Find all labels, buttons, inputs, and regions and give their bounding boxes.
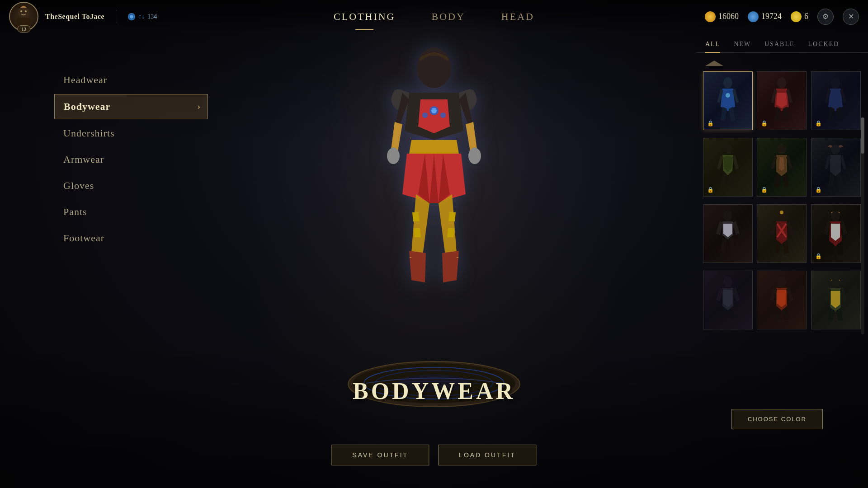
svg-point-29: [831, 211, 840, 221]
category-arrow-icon: ›: [198, 102, 201, 112]
category-gloves[interactable]: Gloves: [54, 174, 208, 198]
category-footwear[interactable]: Footwear: [54, 226, 208, 250]
main-nav: CLOTHING BODY HEAD: [334, 7, 534, 26]
gold-coin-icon: [705, 11, 716, 22]
save-outfit-button[interactable]: SAVE OUTFIT: [331, 445, 429, 465]
close-button[interactable]: ✕: [843, 9, 859, 25]
header-left: 13 TheSequel ToJace ↑↓ 134: [9, 2, 157, 31]
svg-point-12: [468, 148, 481, 164]
svg-point-20: [726, 93, 730, 98]
header-right: 16060 19724 6 ⚙ ✕: [705, 9, 859, 25]
svg-point-21: [777, 77, 786, 88]
avatar-container: 13: [9, 2, 38, 31]
blue-amount: 19724: [761, 12, 782, 21]
grid-item-3[interactable]: 🔒: [811, 71, 861, 130]
grid-item-10[interactable]: [703, 271, 753, 329]
grid-item-8[interactable]: [757, 204, 807, 263]
category-armwear[interactable]: Armwear: [54, 147, 208, 172]
grid-item-11[interactable]: [757, 271, 807, 329]
svg-point-2: [20, 10, 22, 12]
scrollbar-thumb[interactable]: [861, 117, 864, 154]
svg-point-22: [831, 77, 840, 88]
gold-amount: 16060: [718, 12, 739, 21]
lock-icon-6: 🔒: [815, 187, 822, 193]
yellow-coin-icon: [791, 11, 802, 22]
svg-point-8: [431, 108, 437, 113]
grid-item-12[interactable]: [811, 271, 861, 329]
bottom-buttons: SAVE OUTFIT LOAD OUTFIT: [331, 445, 536, 465]
status-info: ↑↓ 134: [127, 13, 157, 21]
grid-item-1[interactable]: 🔒: [703, 71, 753, 130]
svg-point-25: [831, 145, 840, 155]
filter-all[interactable]: ALL: [705, 41, 720, 52]
blue-coin-icon: [748, 11, 759, 22]
lock-icon-3: 🔒: [815, 120, 822, 127]
currency-yellow: 6: [791, 11, 808, 22]
svg-marker-18: [705, 61, 723, 66]
svg-point-26: [723, 210, 732, 221]
category-panel: Headwear Bodywear › Undershirts Armwear …: [54, 68, 208, 252]
load-outfit-button[interactable]: LOAD OUTFIT: [438, 445, 537, 465]
grid-item-7[interactable]: [703, 204, 753, 263]
svg-point-10: [440, 113, 446, 118]
yellow-amount: 6: [804, 12, 808, 21]
lock-icon-2: 🔒: [761, 120, 768, 127]
grid-item-4[interactable]: 🔒: [703, 138, 753, 197]
category-bodywear[interactable]: Bodywear ›: [54, 94, 208, 119]
item-panel: ALL NEW USABLE LOCKED 🔒: [696, 36, 868, 343]
lock-icon-4: 🔒: [707, 187, 714, 193]
username: TheSequel ToJace: [45, 13, 104, 21]
tab-body[interactable]: BODY: [431, 7, 465, 26]
category-headwear[interactable]: Headwear: [54, 68, 208, 92]
svg-point-23: [723, 144, 732, 155]
header-divider: [116, 10, 116, 23]
scrollbar-track: [861, 117, 864, 334]
tab-clothing[interactable]: CLOTHING: [334, 7, 395, 26]
lock-icon-5: 🔒: [761, 187, 768, 193]
lock-icon-1: 🔒: [707, 120, 714, 127]
filter-tabs: ALL NEW USABLE LOCKED: [696, 36, 868, 53]
choose-color-button[interactable]: CHOOSE COLOR: [731, 409, 823, 429]
character-display: [344, 23, 524, 330]
category-undershirts[interactable]: Undershirts: [54, 121, 208, 145]
svg-point-28: [780, 211, 783, 214]
svg-point-32: [831, 278, 840, 288]
svg-point-31: [777, 277, 786, 287]
svg-point-11: [387, 148, 400, 164]
svg-point-9: [422, 113, 428, 118]
grid-item-6[interactable]: 🔒: [811, 138, 861, 197]
grid-item-9[interactable]: 🔒: [811, 204, 861, 263]
filter-new[interactable]: NEW: [734, 41, 751, 52]
svg-point-19: [723, 77, 732, 88]
currency-blue: 19724: [748, 11, 782, 22]
tab-head[interactable]: HEAD: [501, 7, 534, 26]
status-arrows: ↑↓: [138, 13, 145, 20]
svg-point-24: [777, 144, 786, 155]
currency-gold: 16060: [705, 11, 739, 22]
grid-item-5[interactable]: 🔒: [757, 138, 807, 197]
header: 13 TheSequel ToJace ↑↓ 134 CLOTHING BODY…: [0, 0, 868, 33]
lock-icon-9: 🔒: [815, 253, 822, 260]
svg-point-0: [18, 7, 29, 18]
bottom-section: SAVE OUTFIT LOAD OUTFIT: [331, 347, 536, 465]
status-value: 134: [147, 13, 157, 20]
grid-item-2[interactable]: 🔒: [757, 71, 807, 130]
svg-point-30: [723, 277, 732, 287]
filter-locked[interactable]: LOCKED: [808, 41, 840, 52]
level-badge: 13: [17, 25, 30, 33]
svg-point-3: [25, 10, 27, 12]
filter-usable[interactable]: USABLE: [764, 41, 794, 52]
settings-button[interactable]: ⚙: [817, 9, 834, 25]
item-grid: 🔒 🔒: [696, 71, 868, 333]
category-pants[interactable]: Pants: [54, 200, 208, 224]
svg-point-5: [130, 15, 133, 19]
